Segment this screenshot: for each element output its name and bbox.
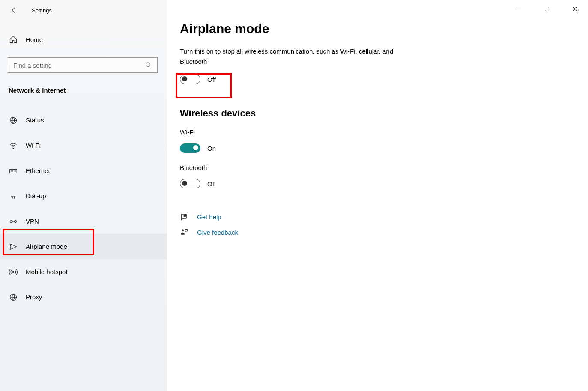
proxy-icon (9, 293, 18, 301)
close-button[interactable] (566, 3, 585, 15)
window-title: Settings (32, 7, 52, 14)
svg-point-4 (12, 197, 13, 198)
bluetooth-toggle-state: Off (207, 180, 216, 188)
airplane-icon (9, 242, 18, 251)
minimize-button[interactable] (509, 3, 528, 15)
give-feedback-link[interactable]: Give feedback (180, 228, 588, 236)
give-feedback-text: Give feedback (197, 229, 238, 236)
back-button[interactable] (8, 4, 20, 16)
sidebar-item-label: Proxy (26, 293, 42, 301)
sidebar-item-label: Ethernet (26, 167, 50, 174)
svg-rect-3 (10, 169, 17, 173)
dialup-icon (9, 192, 18, 200)
svg-rect-13 (545, 7, 549, 11)
sidebar-item-status[interactable]: Status (0, 107, 167, 133)
content: Airplane mode Turn this on to stop all w… (167, 0, 588, 391)
wireless-devices-heading: Wireless devices (180, 108, 588, 119)
minimize-icon (516, 6, 521, 12)
wifi-toggle-state: On (207, 145, 216, 152)
home-nav[interactable]: Home (0, 30, 167, 49)
bluetooth-block: Bluetooth Off (180, 164, 588, 191)
sidebar-item-proxy[interactable]: Proxy (0, 284, 167, 310)
status-icon (9, 116, 18, 125)
hotspot-icon (9, 268, 18, 276)
sidebar-item-airplane-mode[interactable]: Airplane mode (0, 234, 167, 259)
wifi-label: Wi-Fi (180, 128, 588, 136)
airplane-toggle-state: Off (207, 76, 216, 83)
help-icon: ? (180, 212, 189, 221)
sidebar-item-ethernet[interactable]: Ethernet (0, 158, 167, 183)
sidebar-item-label: Airplane mode (26, 243, 67, 250)
maximize-icon (544, 6, 549, 12)
search-input[interactable] (13, 62, 145, 69)
bluetooth-toggle[interactable] (180, 179, 200, 188)
help-links: ? Get help Give feedback (180, 212, 588, 236)
page-title: Airplane mode (180, 21, 588, 36)
sidebar: Settings Home Network & Internet Status … (0, 0, 167, 391)
close-icon (573, 6, 578, 12)
svg-point-2 (13, 148, 14, 149)
wifi-toggle[interactable] (180, 143, 200, 153)
airplane-mode-toggle[interactable] (180, 75, 200, 84)
get-help-link[interactable]: ? Get help (180, 212, 588, 221)
window-controls (509, 3, 585, 15)
airplane-toggle-row: Off (180, 72, 588, 87)
sidebar-item-label: Dial-up (26, 192, 46, 200)
titlebar: Settings (0, 0, 167, 21)
sidebar-item-wifi[interactable]: Wi-Fi (0, 133, 167, 158)
bluetooth-label: Bluetooth (180, 164, 588, 171)
sidebar-item-label: Status (26, 116, 44, 124)
wifi-icon (9, 141, 18, 150)
svg-point-6 (10, 220, 12, 222)
page-description: Turn this on to stop all wireless commun… (180, 46, 411, 67)
svg-point-5 (14, 197, 15, 198)
search-container (0, 57, 167, 73)
sidebar-item-label: Wi-Fi (26, 142, 41, 149)
home-icon (9, 35, 18, 44)
svg-point-7 (15, 220, 17, 222)
feedback-icon (180, 228, 189, 236)
maximize-button[interactable] (537, 3, 556, 15)
home-label: Home (26, 36, 43, 43)
sidebar-item-vpn[interactable]: VPN (0, 209, 167, 234)
ethernet-icon (9, 167, 18, 175)
sidebar-item-label: Mobile hotspot (26, 268, 68, 275)
svg-point-0 (146, 63, 150, 66)
section-title: Network & Internet (0, 87, 167, 94)
svg-point-8 (12, 271, 14, 272)
search-icon (145, 62, 152, 69)
wifi-block: Wi-Fi On (180, 128, 588, 155)
vpn-icon (9, 217, 18, 226)
nav-list: Status Wi-Fi Ethernet Dial-up VPN Airpla… (0, 107, 167, 310)
sidebar-item-dialup[interactable]: Dial-up (0, 183, 167, 209)
get-help-text: Get help (197, 213, 221, 221)
sidebar-item-mobile-hotspot[interactable]: Mobile hotspot (0, 259, 167, 284)
svg-point-12 (182, 229, 184, 231)
search-box[interactable] (8, 57, 158, 73)
sidebar-item-label: VPN (26, 218, 39, 225)
back-arrow-icon (10, 6, 18, 14)
